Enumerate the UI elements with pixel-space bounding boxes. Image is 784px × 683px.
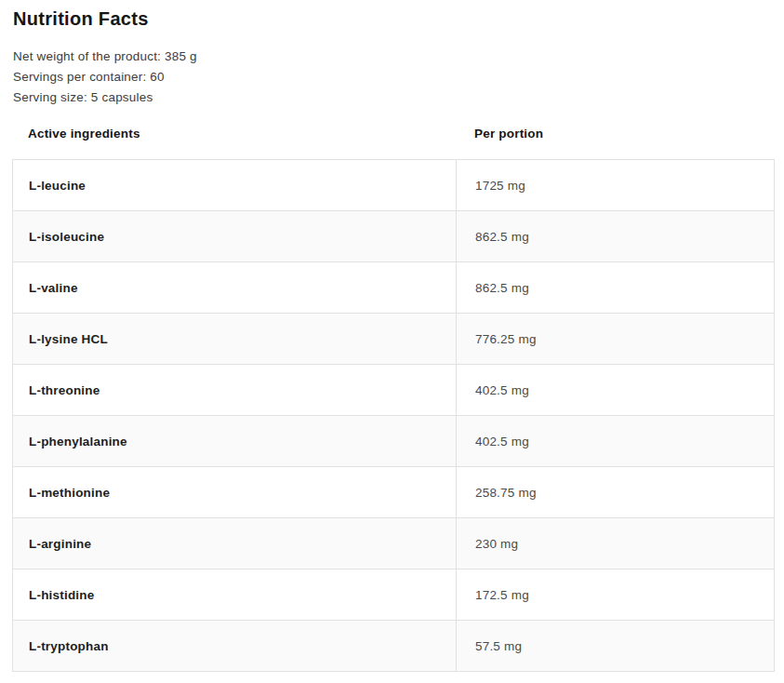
ingredient-name: L-phenylalanine — [13, 416, 457, 467]
table-header: Active ingredients Per portion — [12, 127, 775, 141]
table-row: L-phenylalanine 402.5 mg — [13, 416, 775, 467]
product-meta: Net weight of the product: 385 g Serving… — [0, 50, 784, 104]
ingredient-amount: 1725 mg — [457, 160, 775, 211]
column-header-per-portion: Per portion — [456, 127, 543, 141]
table-row: L-methionine 258.75 mg — [13, 467, 775, 518]
servings-per-container-text: Servings per container: 60 — [13, 71, 784, 84]
ingredients-table: L-leucine 1725 mg L-isoleucine 862.5 mg … — [12, 159, 775, 672]
ingredient-name: L-threonine — [13, 365, 457, 416]
page-title: Nutrition Facts — [0, 0, 784, 31]
ingredient-amount: 172.5 mg — [457, 569, 775, 621]
ingredients-table-body: L-leucine 1725 mg L-isoleucine 862.5 mg … — [13, 160, 775, 672]
column-header-active-ingredients: Active ingredients — [12, 127, 456, 141]
table-row: L-histidine 172.5 mg — [13, 569, 775, 621]
ingredient-name: L-methionine — [13, 467, 457, 518]
ingredient-amount: 258.75 mg — [457, 467, 775, 518]
ingredient-name: L-histidine — [13, 569, 457, 621]
table-row: L-threonine 402.5 mg — [13, 365, 775, 416]
table-row: L-lysine HCL 776.25 mg — [13, 314, 775, 365]
ingredient-name: L-lysine HCL — [13, 314, 457, 365]
ingredient-amount: 862.5 mg — [457, 262, 775, 314]
table-row: L-arginine 230 mg — [13, 518, 775, 569]
table-row: L-isoleucine 862.5 mg — [13, 211, 775, 262]
ingredient-amount: 230 mg — [457, 518, 775, 569]
ingredient-amount: 776.25 mg — [457, 314, 775, 365]
net-weight-text: Net weight of the product: 385 g — [13, 50, 784, 63]
ingredient-amount: 402.5 mg — [457, 365, 775, 416]
ingredient-amount: 57.5 mg — [457, 621, 775, 672]
ingredient-name: L-leucine — [13, 160, 457, 211]
serving-size-text: Serving size: 5 capsules — [13, 91, 784, 104]
table-row: L-leucine 1725 mg — [13, 160, 775, 211]
ingredient-name: L-arginine — [13, 518, 457, 569]
table-row: L-valine 862.5 mg — [13, 262, 775, 314]
ingredient-amount: 402.5 mg — [457, 416, 775, 467]
ingredient-name: L-valine — [13, 262, 457, 314]
nutrition-facts-section: Nutrition Facts Net weight of the produc… — [0, 0, 784, 683]
ingredient-name: L-tryptophan — [13, 621, 457, 672]
table-row: L-tryptophan 57.5 mg — [13, 621, 775, 672]
ingredient-name: L-isoleucine — [13, 211, 457, 262]
ingredient-amount: 862.5 mg — [457, 211, 775, 262]
